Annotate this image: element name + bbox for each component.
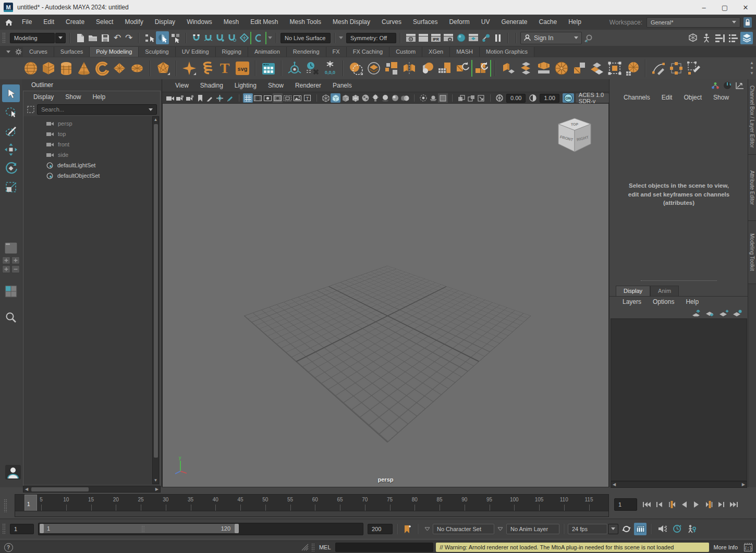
shelf-tab-animation[interactable]: Animation	[248, 47, 287, 57]
separator[interactable]	[334, 33, 335, 43]
snap-to-grid-icon[interactable]	[190, 33, 202, 42]
side-tab-modeling-toolkit[interactable]: Modeling Toolkit	[748, 221, 756, 284]
menu-select[interactable]: Select	[90, 15, 119, 30]
home-icon[interactable]	[5, 19, 13, 26]
layout-split-buttons-2[interactable]	[2, 265, 20, 273]
render-current-frame-icon[interactable]	[417, 34, 430, 42]
display-render-settings-icon[interactable]	[455, 33, 467, 42]
layout-split-buttons-1[interactable]	[2, 256, 20, 264]
quadrangulate-icon[interactable]	[471, 60, 491, 77]
channel-box-menu-object[interactable]: Object	[678, 90, 708, 105]
outliner-item-defaultlightset[interactable]: defaultLightSet	[23, 160, 160, 170]
channel-node-icon[interactable]	[711, 82, 720, 90]
snap-view-plane-icon[interactable]	[238, 33, 250, 42]
menu-generate[interactable]: Generate	[495, 15, 533, 30]
field-chart-icon[interactable]	[283, 93, 292, 103]
menu-deform[interactable]: Deform	[443, 15, 475, 30]
separator[interactable]	[400, 33, 401, 43]
channel-box-toggle-icon[interactable]	[713, 34, 727, 42]
command-feedback[interactable]: // Warning: Arnold renderer not loaded. …	[436, 543, 709, 552]
render-view-icon[interactable]	[405, 34, 417, 42]
outliner-menu-display[interactable]: Display	[28, 90, 59, 105]
bridge-icon[interactable]	[535, 59, 553, 77]
svg-tool-icon[interactable]: svg	[234, 59, 251, 77]
move-layer-up-icon[interactable]	[692, 310, 701, 316]
outliner-item-top[interactable]: top	[23, 129, 160, 139]
menu-surfaces[interactable]: Surfaces	[407, 15, 443, 30]
play-forwards-button[interactable]	[690, 498, 703, 511]
side-tab-attribute-editor[interactable]: Attribute Editor	[748, 155, 756, 221]
resize-grip-icon[interactable]	[301, 543, 309, 551]
zoom-tool-icon[interactable]	[2, 309, 20, 326]
modeling-toolkit-shelf-icon[interactable]	[260, 59, 277, 77]
shelf-tab-curves[interactable]: Curves	[23, 47, 54, 57]
separator[interactable]	[417, 524, 418, 534]
scale-tool[interactable]	[2, 178, 20, 196]
character-set-dropdown[interactable]: No Character Set	[433, 524, 494, 534]
maximize-button[interactable]: ▢	[714, 0, 735, 15]
create-empty-layer-icon[interactable]	[719, 310, 728, 316]
grid-icon[interactable]	[243, 93, 253, 103]
menu-windows[interactable]: Windows	[181, 15, 218, 30]
select-component-icon[interactable]	[169, 33, 182, 43]
fps-dropdown-arrow[interactable]	[608, 524, 618, 534]
layer-editor-hscrollbar[interactable]: ◀ ▶	[611, 481, 747, 488]
close-button[interactable]: ✕	[735, 0, 756, 15]
save-scene-icon[interactable]	[99, 34, 112, 42]
render-settings-icon[interactable]	[442, 34, 455, 42]
viewport-menu-lighting[interactable]: Lighting	[229, 78, 262, 93]
menu-mesh-display[interactable]: Mesh Display	[327, 15, 376, 30]
separator[interactable]	[186, 33, 187, 43]
open-scene-icon[interactable]	[87, 34, 99, 42]
menu-file[interactable]: File	[16, 15, 38, 30]
shelf-tab-motion-graphics[interactable]: Motion Graphics	[480, 47, 534, 57]
outliner-menu-show[interactable]: Show	[59, 90, 87, 105]
undo-icon[interactable]: ↶	[112, 32, 123, 43]
command-input[interactable]	[335, 543, 433, 552]
separator[interactable]	[516, 33, 517, 43]
look-dev-icon[interactable]	[467, 34, 480, 42]
image-plane-icon[interactable]	[292, 93, 302, 103]
outliner-title[interactable]: Outliner	[31, 81, 53, 89]
snap-to-point-icon[interactable]	[214, 33, 226, 42]
quad-draw-icon[interactable]	[588, 59, 606, 77]
outliner-hscrollbar[interactable]: ◀ ▶	[23, 486, 161, 493]
character-set-arrow[interactable]	[424, 527, 430, 531]
mute-audio-icon[interactable]	[655, 525, 669, 533]
smooth-shade-icon[interactable]	[331, 93, 340, 103]
command-mode-label[interactable]: MEL	[319, 544, 331, 550]
menu-display[interactable]: Display	[149, 15, 181, 30]
go-to-start-button[interactable]	[640, 498, 653, 511]
separator[interactable]	[507, 33, 508, 43]
hud-text-icon[interactable]: T	[302, 93, 312, 103]
animation-preferences-icon[interactable]	[634, 523, 647, 535]
step-forward-key-button[interactable]	[703, 498, 715, 511]
anim-end-field[interactable]: 200	[368, 524, 393, 534]
layout-single-pane-button[interactable]	[2, 241, 20, 255]
anim-start-field[interactable]: 1	[10, 524, 34, 534]
range-slider-active[interactable]: 1 120	[40, 524, 239, 533]
outliner-filter-icon[interactable]	[27, 105, 35, 114]
live-surface-field[interactable]: No Live Surface	[281, 33, 331, 43]
connect-icon[interactable]	[570, 59, 588, 77]
shelf-tab-rendering[interactable]: Rendering	[287, 47, 326, 57]
shelf-scroll-controls[interactable]: ▲ ● ▼	[750, 61, 754, 76]
step-forward-frame-button[interactable]	[715, 498, 728, 511]
character-controls-icon[interactable]	[700, 33, 713, 43]
current-frame-field[interactable]: 1	[614, 498, 637, 511]
timeline-ruler[interactable]: 1 51015202530354045505560657075808590951…	[15, 494, 609, 517]
go-to-end-button[interactable]	[728, 498, 740, 511]
lock-camera-icon[interactable]	[175, 93, 185, 103]
separate-icon[interactable]	[365, 59, 383, 77]
viewport-menu-panels[interactable]: Panels	[327, 78, 358, 93]
range-center-grip[interactable]	[141, 525, 144, 533]
side-tab-channel-box-layer-editor[interactable]: Channel Box / Layer Editor	[748, 79, 756, 155]
play-backwards-button[interactable]	[678, 498, 690, 511]
shelf-tab-surfaces[interactable]: Surfaces	[54, 47, 90, 57]
combine-icon[interactable]	[347, 59, 365, 77]
select-tool[interactable]	[2, 84, 20, 102]
exposure-icon[interactable]	[494, 93, 504, 103]
viewport-menu-view[interactable]: View	[169, 78, 194, 93]
menu-curves[interactable]: Curves	[376, 15, 407, 30]
channel-box-menu-edit[interactable]: Edit	[656, 90, 678, 105]
